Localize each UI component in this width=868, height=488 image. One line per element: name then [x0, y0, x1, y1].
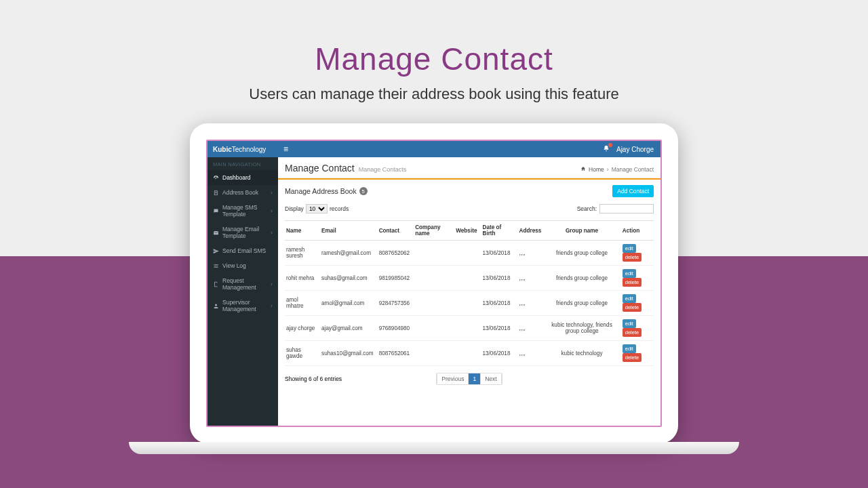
- brand-bold: Kubic: [213, 146, 232, 153]
- cell-website: [453, 241, 479, 266]
- delete-button[interactable]: delete: [623, 253, 642, 262]
- col-address[interactable]: Address: [517, 221, 545, 241]
- document-icon: [213, 281, 219, 287]
- cell-dob: 13/06/2018: [479, 291, 516, 316]
- sidebar-item-label: Supervisor Management: [222, 299, 267, 312]
- cell-name: suhas gawde: [285, 341, 319, 366]
- cell-address: ,,,,: [517, 341, 545, 366]
- home-icon: [580, 166, 586, 173]
- chevron-left-icon: ‹: [271, 190, 273, 196]
- app-root: KubicTechnology ≡ Ajay Chorge MAIN NAVIG…: [208, 141, 660, 426]
- hero-title: Manage Contact: [0, 41, 868, 77]
- sidebar-item-label: Dashboard: [222, 174, 251, 181]
- cell-name: amol mhatre: [285, 291, 319, 316]
- envelope-icon: [213, 230, 219, 236]
- delete-button[interactable]: delete: [623, 303, 642, 312]
- edit-button[interactable]: edit: [623, 294, 636, 303]
- pager-page-1[interactable]: 1: [469, 373, 480, 384]
- display-label: Display: [285, 205, 304, 212]
- cell-group: friends group college: [544, 266, 619, 291]
- delete-button[interactable]: delete: [623, 278, 642, 287]
- cell-dob: 13/06/2018: [479, 241, 516, 266]
- delete-button[interactable]: delete: [623, 328, 642, 337]
- sidebar-item-label: Send Email SMS: [222, 247, 266, 254]
- search-label: Search:: [577, 205, 597, 212]
- panel: Manage Address Book 5 Add Contact Displa…: [278, 180, 660, 426]
- send-icon: [213, 248, 219, 254]
- sidebar-item-label: View Log: [222, 262, 246, 269]
- sidebar-item-supervisor[interactable]: Supervisor Management ‹: [208, 295, 278, 317]
- edit-button[interactable]: edit: [623, 269, 636, 278]
- col-name[interactable]: Name: [285, 221, 319, 241]
- cell-action: editdelete: [620, 341, 654, 366]
- cell-company: [412, 266, 453, 291]
- pager-prev[interactable]: Previous: [437, 373, 469, 384]
- sidebar-item-viewlog[interactable]: View Log: [208, 258, 278, 273]
- edit-button[interactable]: edit: [623, 344, 636, 353]
- col-group[interactable]: Group name: [544, 221, 619, 241]
- col-action[interactable]: Action: [620, 221, 654, 241]
- chevron-left-icon: ‹: [271, 281, 273, 287]
- hero: Manage Contact Users can manage their ad…: [0, 41, 868, 103]
- table-controls: Display 10 records Search:: [285, 204, 654, 214]
- contacts-table: Name Email Contact Company name Website …: [285, 220, 654, 366]
- cell-website: [453, 291, 479, 316]
- hamburger-icon[interactable]: ≡: [278, 144, 294, 154]
- sidebar-item-addressbook[interactable]: Address Book ‹: [208, 185, 278, 200]
- delete-button[interactable]: delete: [623, 353, 642, 362]
- cell-company: [412, 341, 453, 366]
- cell-contact: 9819985042: [376, 266, 413, 291]
- edit-button[interactable]: edit: [623, 319, 636, 328]
- cell-action: editdelete: [620, 316, 654, 341]
- perpage-select[interactable]: 10: [306, 204, 328, 214]
- table-row: ramesh sureshramesh@gmail.com80876520621…: [285, 241, 654, 266]
- app-body: MAIN NAVIGATION Dashboard Address Book ‹: [208, 157, 660, 426]
- cell-address: ,,,,: [517, 291, 545, 316]
- search-wrap: Search:: [577, 204, 654, 214]
- sidebar-item-sms-template[interactable]: Manage SMS Template ‹: [208, 200, 278, 222]
- cell-address: ,,,,: [517, 241, 545, 266]
- cell-email: ajay@gmail.com: [319, 316, 376, 341]
- edit-button[interactable]: edit: [623, 244, 636, 253]
- sidebar-item-send[interactable]: Send Email SMS: [208, 243, 278, 258]
- sidebar: MAIN NAVIGATION Dashboard Address Book ‹: [208, 157, 278, 426]
- sidebar-item-label: Request Management: [222, 277, 267, 291]
- sidebar-item-request[interactable]: Request Management ‹: [208, 273, 278, 295]
- add-contact-button[interactable]: Add Contact: [612, 185, 654, 197]
- search-input[interactable]: [599, 204, 654, 214]
- col-contact[interactable]: Contact: [376, 221, 413, 241]
- topbar-username[interactable]: Ajay Chorge: [616, 146, 654, 153]
- cell-contact: 9768904980: [376, 316, 413, 341]
- col-email[interactable]: Email: [319, 221, 376, 241]
- laptop-screen: KubicTechnology ≡ Ajay Chorge MAIN NAVIG…: [206, 140, 662, 427]
- cell-email: ramesh@gmail.com: [319, 241, 376, 266]
- pager-next[interactable]: Next: [480, 373, 501, 384]
- cell-group: friends group college: [544, 241, 619, 266]
- cell-dob: 13/06/2018: [479, 266, 516, 291]
- brand[interactable]: KubicTechnology: [208, 146, 278, 153]
- sidebar-item-dashboard[interactable]: Dashboard: [208, 170, 278, 185]
- page-header: Manage Contact Manage Contacts Home › Ma…: [278, 157, 660, 178]
- sidebar-item-email-template[interactable]: Manage Email Template ‹: [208, 222, 278, 243]
- list-icon: [213, 263, 219, 269]
- sidebar-item-label: Manage SMS Template: [222, 204, 267, 218]
- cell-action: editdelete: [620, 291, 654, 316]
- cell-group: kubic technology: [544, 341, 619, 366]
- breadcrumb-current: Manage Contact: [612, 166, 654, 173]
- col-dob[interactable]: Date of Birth: [479, 221, 516, 241]
- page-subtitle: Manage Contacts: [359, 166, 407, 173]
- cell-email: suhas10@gmail.com: [319, 341, 376, 366]
- col-website[interactable]: Website: [453, 221, 479, 241]
- cell-dob: 13/06/2018: [479, 341, 516, 366]
- cell-contact: 8087652062: [376, 241, 413, 266]
- cell-contact: 9284757356: [376, 291, 413, 316]
- breadcrumb-home[interactable]: Home: [589, 166, 604, 173]
- cell-name: rohit mehra: [285, 266, 319, 291]
- laptop-base: [129, 442, 739, 454]
- addressbook-icon: [213, 190, 219, 196]
- table-header-row: Name Email Contact Company name Website …: [285, 221, 654, 241]
- bell-icon[interactable]: [603, 145, 610, 153]
- records-label: records: [330, 205, 349, 212]
- chevron-left-icon: ‹: [271, 208, 273, 214]
- col-company[interactable]: Company name: [412, 221, 453, 241]
